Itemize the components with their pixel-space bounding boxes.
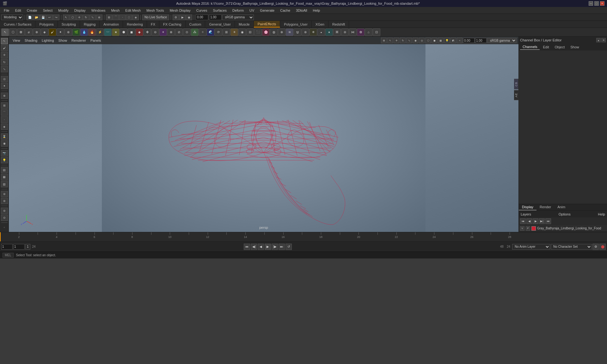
tab-polygons[interactable]: Polygons	[35, 21, 58, 27]
vp-snap-btn[interactable]: ⊞	[381, 38, 387, 43]
panel-expand-btn[interactable]: ▴	[596, 38, 601, 42]
icon-tool-27[interactable]: 🌊	[207, 28, 214, 36]
tab-animation[interactable]: Animation	[100, 21, 123, 27]
tab-muscle[interactable]: Muscle	[235, 21, 254, 27]
view-menu[interactable]: View	[11, 38, 22, 43]
save-file-button[interactable]: 💾	[40, 15, 46, 20]
icon-tool-29[interactable]: ⊞	[223, 28, 230, 36]
layer-playback-btn[interactable]: P	[526, 226, 530, 231]
history-btn[interactable]: ⌛	[1, 133, 8, 140]
snap-surface-btn[interactable]: ◈	[1, 124, 8, 130]
display-layer-btn[interactable]: ▦	[1, 174, 8, 180]
soft-select-btn[interactable]: ◎	[1, 76, 8, 82]
vp-shadow-btn[interactable]: ◩	[451, 38, 456, 43]
icon-tool-24[interactable]: ⊙	[183, 28, 191, 36]
icon-tool-6[interactable]: ◈	[41, 28, 48, 36]
paint-select-btn[interactable]: 🖌	[1, 45, 8, 51]
icon-tool-7[interactable]: 🖌	[49, 28, 56, 36]
menu-item-curves[interactable]: Curves	[194, 8, 210, 13]
layer-next-btn[interactable]: ▶|	[539, 218, 545, 224]
extra-btn-2[interactable]: ⊛	[1, 198, 8, 204]
menu-item-cache[interactable]: Cache	[278, 8, 293, 13]
render-layer-btn[interactable]: ▧	[1, 181, 8, 187]
snap-point-btn[interactable]: ⬝	[1, 116, 8, 123]
object-tab[interactable]: Object	[552, 45, 567, 50]
close-button[interactable]: ✕	[600, 1, 604, 6]
extra-btn-4[interactable]: ⊝	[1, 215, 8, 221]
icon-tool-22[interactable]: ⊗	[167, 28, 175, 36]
icon-tool-40[interactable]: ✵	[310, 28, 317, 36]
move-btn[interactable]: ✛	[1, 52, 8, 58]
layers-options[interactable]: Options	[559, 212, 571, 216]
channels-tab[interactable]: Channels	[520, 44, 540, 50]
tab-sculpting[interactable]: Sculpting	[58, 21, 80, 27]
mode-dropdown[interactable]: Modeling	[1, 15, 23, 20]
layer-skip-end-btn[interactable]: ⏭	[545, 218, 551, 224]
icon-tool-43[interactable]: ⌘	[333, 28, 341, 36]
extra-btn-1[interactable]: ⊚	[1, 191, 8, 197]
step-fwd-btn[interactable]: |▶	[272, 244, 278, 250]
vp-rotate-btn[interactable]: ↻	[400, 38, 406, 43]
auto-key-btn[interactable]: ⬤	[599, 244, 606, 250]
universal-manip-button[interactable]: ⊕	[96, 15, 102, 20]
icon-tool-8[interactable]: ✦	[57, 28, 64, 36]
panels-menu[interactable]: Panels	[89, 38, 103, 43]
frame-current-input[interactable]	[13, 244, 25, 250]
tab-redshift[interactable]: Redshift	[328, 21, 349, 27]
layer-visibility-btn[interactable]: V	[520, 226, 524, 231]
timeline-playhead[interactable]	[0, 232, 1, 241]
icon-tool-2[interactable]: ⬡	[9, 28, 17, 36]
vp-move-btn[interactable]: ✛	[394, 38, 399, 43]
icon-tool-11[interactable]: 💧	[80, 28, 88, 36]
show-manip-btn[interactable]: ⊕	[1, 93, 8, 99]
loop-btn[interactable]: ↺	[285, 244, 292, 250]
icon-tool-28[interactable]: ⟳	[215, 28, 222, 36]
value1-input[interactable]	[196, 15, 208, 20]
redo-button[interactable]: ↪	[53, 15, 59, 20]
tab-curves-/-surfaces[interactable]: Curves / Surfaces	[0, 21, 35, 27]
vp-display-btn[interactable]: ◉	[413, 38, 418, 43]
menu-item-display[interactable]: Display	[72, 8, 88, 13]
select-tool-btn[interactable]: ↖	[1, 38, 8, 44]
anim-tab[interactable]: Anim	[554, 204, 568, 210]
display-tab[interactable]: Display	[519, 204, 536, 210]
menu-item-windows[interactable]: Windows	[89, 8, 108, 13]
menu-item-deform[interactable]: Deform	[230, 8, 246, 13]
icon-tool-20[interactable]: ⊖	[151, 28, 159, 36]
artisan-btn[interactable]: ✦	[1, 83, 8, 89]
maximize-button[interactable]: □	[594, 1, 599, 6]
attribute-editor-vtab[interactable]: AE	[514, 90, 518, 100]
icon-tool-14[interactable]: 〰	[104, 28, 112, 36]
lasso-select-button[interactable]: ⬡	[70, 15, 76, 20]
snap-point-button[interactable]: ⬝	[119, 15, 126, 20]
play-fwd-btn[interactable]: ▶	[265, 244, 271, 250]
snap-curve-btn[interactable]: ⌒	[1, 109, 8, 116]
icon-tool-5[interactable]: ⊕	[33, 28, 40, 36]
icon-tool-16[interactable]: ⬢	[120, 28, 127, 36]
icon-tool-44[interactable]: ⊜	[341, 28, 349, 36]
vp-select-btn[interactable]: ↖	[387, 38, 393, 43]
undo-button[interactable]: ↩	[46, 15, 53, 20]
renderer-menu[interactable]: Renderer	[70, 38, 88, 43]
light-btn[interactable]: 💡	[1, 157, 8, 163]
quick-select-btn[interactable]: ◉	[1, 140, 8, 147]
vp-gamma-dropdown[interactable]: sRGB gamma	[487, 38, 517, 43]
vp-texture-btn[interactable]: ▦	[438, 38, 444, 43]
icon-tool-37[interactable]: ≋	[286, 28, 293, 36]
snap-view-button[interactable]: □	[126, 15, 132, 20]
vp-all-lights-btn[interactable]: 💡	[444, 38, 450, 43]
icon-tool-15[interactable]: ★	[112, 28, 120, 36]
icon-tool-36[interactable]: ⊕	[278, 28, 285, 36]
frame-start-input[interactable]	[1, 244, 13, 250]
tab-fx-caching[interactable]: FX Caching	[159, 21, 185, 27]
scale-tool-button[interactable]: ⤡	[89, 15, 96, 20]
icon-tool-18[interactable]: ◆	[136, 28, 143, 36]
select-tool-button[interactable]: ↖	[63, 15, 69, 20]
icon-tool-35[interactable]: ◍	[270, 28, 278, 36]
icon-tool-38[interactable]: ⩐	[294, 28, 301, 36]
tab-polygons_user[interactable]: Polygons_User	[280, 21, 312, 27]
new-file-button[interactable]: 📄	[27, 15, 33, 20]
icon-tool-21[interactable]: ✴	[159, 28, 167, 36]
icon-tool-31[interactable]: ◉	[238, 28, 246, 36]
icon-tool-3[interactable]: ✿	[17, 28, 25, 36]
